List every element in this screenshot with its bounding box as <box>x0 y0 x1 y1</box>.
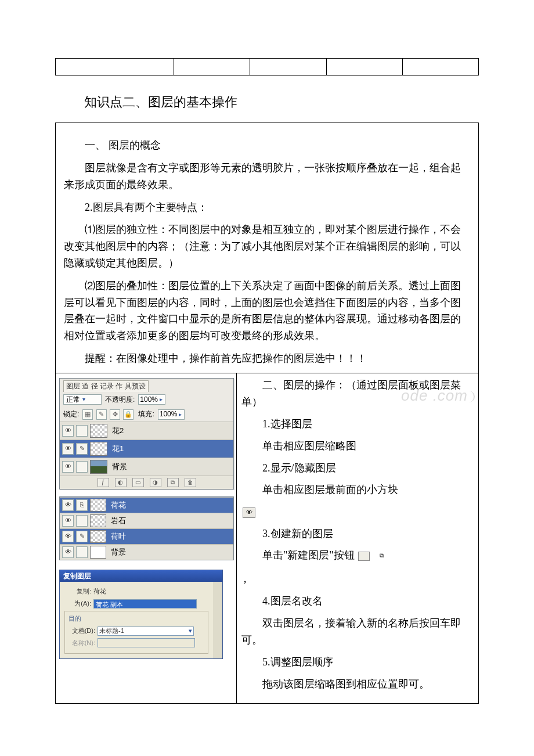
link-cell[interactable] <box>76 515 88 527</box>
layer-row[interactable]: 👁 背景 <box>60 458 233 476</box>
new-layer-icon[interactable]: ⧉ <box>167 478 179 487</box>
lock-transparent-icon[interactable]: ▦ <box>82 409 93 420</box>
layer-name: 荷花 <box>109 499 126 512</box>
content-box: 一、 图层的概念 图层就像是含有文字或图形等元素的透明胶片，一张张按顺序叠放在一… <box>55 123 479 704</box>
link-cell[interactable] <box>76 425 88 437</box>
adjustment-icon[interactable]: ◑ <box>150 478 161 487</box>
r4b: 双击图层名，接着输入新的名称后按回车即可。 <box>241 615 471 649</box>
blend-mode-label: 正常 <box>66 394 80 405</box>
section1-header: 一、 图层的概念 <box>64 137 470 154</box>
r3: 3.创建新的图层 <box>241 525 471 543</box>
panels-column: 图层 道 径 记录 作 具预设 正常 ▾ 不透明度: 100% ▸ <box>56 373 237 704</box>
copy-value: 荷花 <box>93 586 106 597</box>
eye-icon[interactable]: 👁 <box>62 531 74 542</box>
section1-p5: 提醒：在图像处理中，操作前首先应把操作的图层选中！！！ <box>64 350 470 367</box>
fill-label: 填充: <box>138 409 154 420</box>
eye-icon[interactable]: 👁 <box>62 443 74 455</box>
layers-panel-2: 👁 ⎘ 荷花 👁 岩石 👁 ✎ 荷 <box>59 496 234 560</box>
duplicate-layer-dialog: 复制图层 复制: 荷花 为(A): 荷花 副本 <box>59 570 223 659</box>
r4: 4.图层名改名 <box>241 593 471 610</box>
lock-move-icon[interactable]: ✥ <box>110 409 120 420</box>
layer-row[interactable]: 👁 岩石 <box>60 513 233 528</box>
lock-icons[interactable]: ▦ ✎ ✥ 🔒 <box>82 409 135 420</box>
layer-row[interactable]: 👁 ✎ 花1 <box>60 440 233 458</box>
trash-icon[interactable]: 🗑 <box>185 478 196 487</box>
layer-name: 花1 <box>110 443 124 455</box>
brush-icon[interactable]: ✎ <box>76 443 88 455</box>
r2b: 单击相应图层最前面的小方块 <box>241 481 471 499</box>
section1-p2: 2.图层具有两个主要特点： <box>64 199 470 216</box>
dest-legend: 目的 <box>68 614 204 624</box>
name-input <box>98 638 195 647</box>
dialog-title: 复制图层 <box>60 570 222 582</box>
stray-quote: ， <box>239 572 251 585</box>
doc-title: 知识点二、图层的基本操作 <box>84 92 479 112</box>
mask-icon[interactable]: ◐ <box>115 478 127 487</box>
doc-value: 未标题-1 <box>99 626 124 636</box>
r5: 5.调整图层顺序 <box>241 654 471 671</box>
fill-value: 100% <box>160 409 178 420</box>
blend-mode-dropdown[interactable]: 正常 ▾ <box>63 394 102 405</box>
layers-panel-tabs[interactable]: 图层 道 径 记录 作 具预设 <box>63 380 149 392</box>
layer-row[interactable]: 👁 花2 <box>60 422 233 440</box>
folder-icon[interactable]: ▭ <box>132 478 144 487</box>
section2-header: 二、图层的操作：（通过图层面板或图层菜单） <box>241 377 471 411</box>
chevron-down-icon: ▾ <box>80 395 87 404</box>
opacity-value: 100% <box>140 394 158 405</box>
lock-all-icon[interactable]: 🔒 <box>123 409 134 420</box>
layer-row[interactable]: 👁 ✎ 荷叶 <box>60 528 233 544</box>
layer-row[interactable]: 👁 背景 <box>60 544 233 560</box>
eye-icon[interactable]: 👁 <box>62 461 74 473</box>
section1-p4: ⑵图层的叠加性：图层位置的上下关系决定了画面中图像的前后关系。透过上面图层可以看… <box>64 278 470 344</box>
layer-row[interactable]: 👁 ⎘ 荷花 <box>60 497 233 513</box>
r3b: 单击"新建图层"按钮 ⧉ <box>241 547 471 564</box>
layer-name: 背景 <box>109 546 126 559</box>
fx-icon[interactable]: ƒ <box>98 478 109 487</box>
layer-name: 荷叶 <box>109 531 126 543</box>
fill-field[interactable]: 100% ▸ <box>158 409 185 420</box>
lock-label: 锁定: <box>63 409 79 420</box>
layers-panel-footer: ƒ ◐ ▭ ◑ ⧉ 🗑 <box>60 476 233 489</box>
layer-name: 背景 <box>110 461 127 473</box>
eye-icon[interactable]: 👁 <box>62 546 74 558</box>
eye-icon[interactable]: 👁 <box>62 425 74 437</box>
layer-thumbnail[interactable] <box>90 530 106 543</box>
right-text-column: ode .com 二、图层的操作：（通过图层面板或图层菜单） 1.选择图层 单击… <box>237 373 478 704</box>
link-icon[interactable]: ⎘ <box>76 499 88 511</box>
eye-icon[interactable]: 👁 <box>62 499 74 511</box>
link-cell[interactable] <box>76 546 88 558</box>
copy-label: 复制: <box>64 586 91 597</box>
r2: 2.显示/隐藏图层 <box>241 460 471 477</box>
brush-icon[interactable]: ✎ <box>76 531 88 542</box>
dialog-side <box>213 582 222 658</box>
layer-thumbnail[interactable] <box>90 424 107 438</box>
layer-name: 花2 <box>110 425 124 437</box>
link-cell[interactable] <box>76 461 88 473</box>
section1-p1: 图层就像是含有文字或图形等元素的透明胶片，一张张按顺序叠放在一起，组合起来形成页… <box>64 160 470 193</box>
as-input[interactable]: 荷花 副本 <box>93 599 197 609</box>
r1b: 单击相应图层缩略图 <box>241 438 471 455</box>
layer-thumbnail[interactable] <box>90 442 107 456</box>
new-layer-icon-inline: ⧉ <box>358 552 370 561</box>
layer-thumbnail[interactable] <box>90 499 106 512</box>
layer-thumbnail[interactable] <box>90 546 106 559</box>
chevron-down-icon: ▾ <box>189 626 192 636</box>
lock-paint-icon[interactable]: ✎ <box>96 409 107 420</box>
r5b: 拖动该图层缩略图到相应位置即可。 <box>241 676 471 693</box>
section1-p3: ⑴图层的独立性：不同图层中的对象是相互独立的，即对某个图层进行操作，不会改变其他… <box>64 221 470 271</box>
layer-thumbnail[interactable] <box>90 460 107 474</box>
opacity-field[interactable]: 100% ▸ <box>138 394 165 405</box>
eye-icon-inline: 👁 <box>243 507 255 518</box>
as-label: 为(A): <box>64 599 91 609</box>
chevron-right-icon: ▸ <box>158 395 164 404</box>
r1: 1.选择图层 <box>241 416 471 433</box>
opacity-label: 不透明度: <box>105 394 135 405</box>
layer-thumbnail[interactable] <box>90 514 106 527</box>
doc-dropdown[interactable]: 未标题-1 ▾ <box>98 627 194 636</box>
doc-label: 文档(D): <box>68 626 95 636</box>
name-label: 名称(N): <box>68 638 95 649</box>
eye-icon[interactable]: 👁 <box>62 515 74 527</box>
empty-top-table <box>55 58 479 75</box>
layers-panel-1: 图层 道 径 记录 作 具预设 正常 ▾ 不透明度: 100% ▸ <box>59 378 234 489</box>
chevron-right-icon: ▸ <box>177 410 183 419</box>
